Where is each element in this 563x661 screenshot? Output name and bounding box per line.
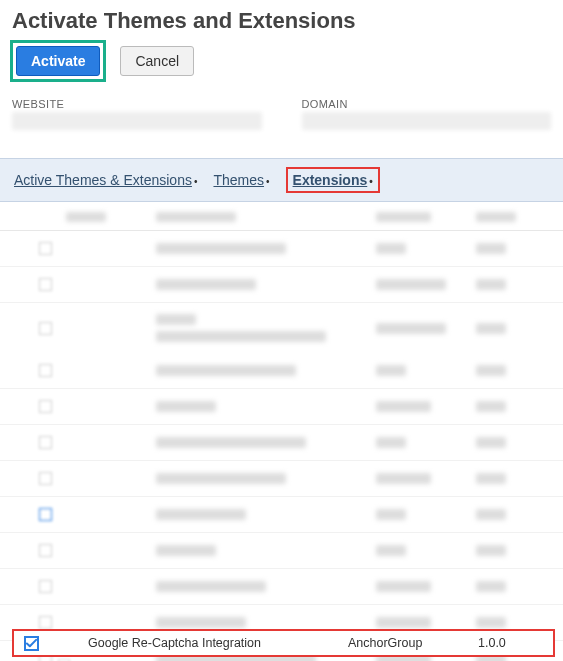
fields-row: WEBSITE DOMAIN bbox=[0, 92, 563, 130]
extension-version-cell: 1.0.0 bbox=[478, 636, 538, 650]
tab-themes[interactable]: Themes• bbox=[213, 172, 269, 188]
tabs-bar: Active Themes & Extensions• Themes• Exte… bbox=[0, 158, 563, 202]
table-header-row bbox=[0, 203, 563, 231]
selected-extension-row[interactable]: Google Re-Captcha Integration AnchorGrou… bbox=[12, 629, 555, 657]
cancel-button[interactable]: Cancel bbox=[120, 46, 194, 76]
extension-vendor-cell: AnchorGroup bbox=[348, 636, 478, 650]
table-row bbox=[0, 533, 563, 569]
domain-field: DOMAIN bbox=[302, 98, 552, 130]
tab-extensions[interactable]: Extensions• bbox=[293, 172, 373, 188]
extensions-table: Google Re-Captcha Integration AnchorGrou… bbox=[0, 203, 563, 661]
table-row bbox=[0, 353, 563, 389]
highlight-activate: Activate bbox=[10, 40, 106, 82]
tab-active-themes-extensions[interactable]: Active Themes & Extensions• bbox=[14, 172, 197, 188]
row-checkbox[interactable] bbox=[24, 636, 39, 651]
extension-name-cell: Google Re-Captcha Integration bbox=[88, 636, 348, 650]
website-field: WEBSITE bbox=[12, 98, 262, 130]
table-row bbox=[0, 461, 563, 497]
website-label: WEBSITE bbox=[12, 98, 262, 112]
table-row bbox=[0, 231, 563, 267]
domain-label: DOMAIN bbox=[302, 98, 552, 112]
table-row bbox=[0, 267, 563, 303]
table-row bbox=[0, 497, 563, 533]
table-row bbox=[0, 303, 563, 353]
table-row bbox=[0, 569, 563, 605]
activate-button[interactable]: Activate bbox=[16, 46, 100, 76]
table-row bbox=[0, 425, 563, 461]
website-value bbox=[12, 112, 262, 130]
action-button-row: Activate Cancel bbox=[0, 36, 563, 92]
page-title: Activate Themes and Extensions bbox=[0, 0, 563, 36]
domain-value bbox=[302, 112, 552, 130]
check-icon bbox=[26, 638, 37, 649]
table-row bbox=[0, 389, 563, 425]
highlight-extensions-tab: Extensions• bbox=[286, 167, 380, 193]
